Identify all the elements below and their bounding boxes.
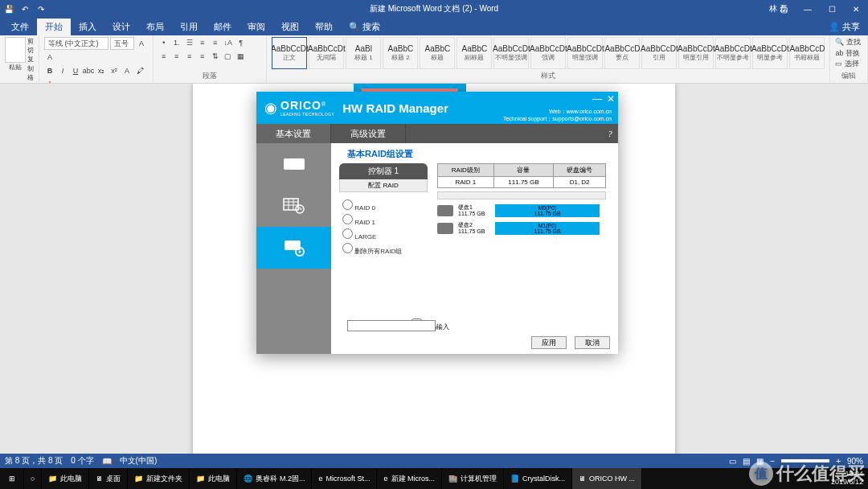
tab-layout[interactable]: 布局 [138, 18, 172, 35]
zoom-slider[interactable] [781, 459, 829, 462]
taskbar-item[interactable]: 🏬计算机管理 [442, 468, 504, 489]
opt-raid1[interactable]: RAID 1 [342, 214, 424, 226]
share-button[interactable]: 👤 共享 [821, 18, 868, 35]
font-size-select[interactable]: 五号 [110, 37, 134, 50]
style-item[interactable]: AaBbC标题 [420, 37, 455, 69]
tab-mail[interactable]: 邮件 [206, 18, 240, 35]
style-item[interactable]: AaBbCcDt明显引用 [678, 37, 714, 69]
borders-icon[interactable]: ▦ [235, 51, 247, 62]
apply-button[interactable]: 应用 [531, 336, 567, 349]
italic-icon[interactable]: I [57, 65, 68, 76]
spellcheck-icon[interactable]: 📖 [102, 457, 112, 466]
page-indicator[interactable]: 第 8 页，共 8 页 [5, 455, 63, 466]
sort-icon[interactable]: ↓A [223, 37, 234, 48]
style-item[interactable]: AaBbCcDt正文 [272, 37, 307, 69]
align-right-icon[interactable]: ≡ [184, 51, 195, 62]
system-tray[interactable]: 18:04 2019/6/12 [826, 471, 868, 487]
style-item[interactable]: AaBbCcDt明显强调 [567, 37, 603, 69]
save-icon[interactable]: 💾 [3, 3, 14, 14]
highlight-icon[interactable]: 🖍 [134, 65, 145, 76]
align-center-icon[interactable]: ≡ [171, 51, 182, 62]
taskbar-item[interactable]: 🌐奥睿科 M.2固... [237, 468, 312, 489]
indent-inc-icon[interactable]: ≡ [210, 37, 221, 48]
style-item[interactable]: AaBbCcDt不明显强调 [493, 37, 529, 69]
format-painter-button[interactable]: 格式刷 [27, 73, 34, 84]
zoom-out-icon[interactable]: − [770, 457, 775, 466]
ribbon-options-icon[interactable]: ▢ [772, 0, 796, 18]
font-color-icon[interactable]: A [44, 78, 55, 84]
line-spacing-icon[interactable]: ⇅ [210, 51, 221, 62]
orico-support-link[interactable]: Technical support：supports@orico.com.cn [503, 116, 612, 122]
close-icon[interactable]: ✕ [844, 0, 868, 18]
taskbar-item[interactable]: 📁此电脑 [190, 468, 237, 489]
sidebar-item-raid-settings[interactable] [256, 227, 331, 269]
text-effects-icon[interactable]: A [121, 65, 133, 76]
style-item[interactable]: AaBbCcDt无间隔 [309, 37, 344, 69]
tab-view[interactable]: 视图 [273, 18, 307, 35]
cut-button[interactable]: 剪切 [27, 37, 34, 55]
tab-file[interactable]: 文件 [3, 18, 37, 35]
orico-tab-advanced[interactable]: 高级设置 [331, 124, 406, 143]
subscript-icon[interactable]: x₂ [96, 65, 107, 76]
opt-raid0[interactable]: RAID 0 [342, 199, 424, 212]
minimize-icon[interactable]: — [796, 0, 820, 18]
taskbar-item[interactable]: 📁新建文件夹 [128, 468, 190, 489]
style-item[interactable]: AaBbCcDt明显参考 [752, 37, 788, 69]
multilevel-icon[interactable]: ☰ [184, 37, 195, 48]
style-item[interactable]: AaBbCcD要点 [604, 37, 640, 69]
taskbar-item[interactable]: 🖥桌面 [89, 468, 128, 489]
style-item[interactable]: AaBbCcDt引用 [641, 37, 677, 69]
taskbar-item[interactable]: e新建 Micros... [377, 468, 442, 489]
style-item[interactable]: AaBbCcDt不明显参考 [715, 37, 751, 69]
cancel-button[interactable]: 取消 [575, 336, 610, 349]
word-count[interactable]: 0 个字 [71, 455, 93, 466]
underline-icon[interactable]: U [70, 65, 81, 76]
redo-icon[interactable]: ↷ [35, 3, 47, 14]
numbering-icon[interactable]: 1. [171, 37, 182, 48]
language-indicator[interactable]: 中文(中国) [120, 455, 158, 466]
cortana-button[interactable]: ○ [24, 468, 42, 489]
table-row[interactable]: RAID 1 111.75 GB D1, D2 [438, 177, 606, 188]
zoom-in-icon[interactable]: + [836, 457, 841, 466]
show-marks-icon[interactable]: ¶ [235, 37, 247, 48]
orico-help-icon[interactable]: ? [602, 124, 618, 143]
style-item[interactable]: AaBbC标题 2 [383, 37, 418, 69]
table-scrollbar[interactable] [437, 191, 606, 199]
tab-help[interactable]: 帮助 [307, 18, 341, 35]
shading-icon[interactable]: ▢ [223, 51, 234, 62]
undo-icon[interactable]: ↶ [19, 3, 31, 14]
style-item[interactable]: AaBbC副标题 [457, 37, 492, 69]
orico-close-icon[interactable]: ✕ [607, 93, 615, 105]
view-print-icon[interactable]: ▤ [743, 457, 750, 466]
taskbar-item[interactable]: 📘CrystalDisk... [504, 468, 572, 489]
password-input[interactable] [347, 320, 436, 331]
orico-minimize-icon[interactable]: — [592, 93, 602, 105]
replace-button[interactable]: ab 替换 [835, 48, 862, 60]
taskbar-item[interactable]: eMicrosoft St... [312, 468, 377, 489]
tab-design[interactable]: 设计 [104, 18, 138, 35]
align-left-icon[interactable]: ≡ [158, 51, 170, 62]
tab-home[interactable]: 开始 [37, 18, 71, 35]
maximize-icon[interactable]: ☐ [820, 0, 844, 18]
opt-delete-all[interactable]: 删除所有RAID组 [342, 243, 424, 256]
opt-large[interactable]: LARGE [342, 228, 424, 240]
tab-review[interactable]: 审阅 [240, 18, 273, 35]
grow-font-icon[interactable]: A [136, 38, 147, 49]
bullets-icon[interactable]: • [158, 37, 170, 48]
view-web-icon[interactable]: ▦ [756, 457, 764, 466]
taskbar-item[interactable]: 📁此电脑 [42, 468, 89, 489]
view-read-icon[interactable]: ▭ [729, 457, 736, 466]
tab-insert[interactable]: 插入 [71, 18, 104, 35]
style-item[interactable]: AaBbCcDt强调 [530, 37, 566, 69]
tab-references[interactable]: 引用 [172, 18, 206, 35]
copy-button[interactable]: 复制 [27, 55, 34, 72]
paste-button[interactable] [5, 37, 26, 63]
find-button[interactable]: 🔍 查找 [835, 37, 862, 48]
indent-dec-icon[interactable]: ≡ [197, 37, 208, 48]
font-name-select[interactable]: 等线 (中文正文) [44, 37, 108, 50]
start-button[interactable]: ⊞ [0, 468, 24, 489]
bold-icon[interactable]: B [44, 65, 55, 76]
sidebar-item-disk[interactable] [256, 143, 331, 185]
orico-tab-basic[interactable]: 基本设置 [256, 124, 331, 143]
style-item[interactable]: AaBl标题 1 [346, 37, 381, 69]
